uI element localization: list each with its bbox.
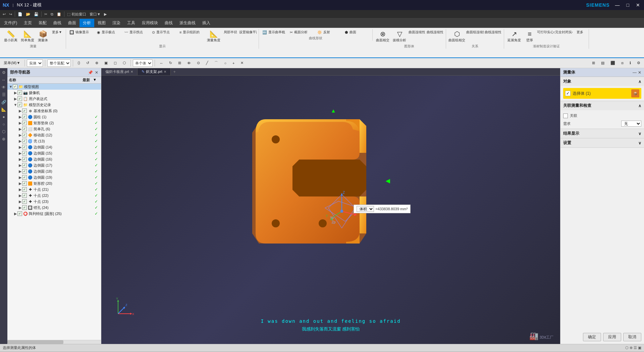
ribbon-btn-show-poles[interactable]: ◉ 显示极点: [96, 29, 122, 35]
menu-tools[interactable]: 工具: [124, 19, 139, 27]
menu-button[interactable]: 菜单(M)▼: [1, 59, 22, 67]
qt-undo[interactable]: ↩: [1, 11, 7, 17]
toolbar-icon-4[interactable]: ▣: [102, 60, 110, 66]
close-button[interactable]: ✕: [635, 2, 641, 8]
ribbon-btn-curvature-comb[interactable]: 🔤 显示曲率梳: [261, 29, 288, 35]
ribbon-btn-fully-enclosed[interactable]: 完全封闭实心体: [555, 29, 573, 35]
association-check[interactable]: [563, 114, 568, 118]
view-icon[interactable]: 👁: [185, 60, 193, 66]
tree-item[interactable]: ▶ ✓ 🔵 边倒圆 (17) ✓: [7, 162, 101, 168]
filter-icon[interactable]: ⧈: [619, 60, 626, 66]
panel-close-button[interactable]: ✕: [638, 70, 641, 75]
ribbon-btn-reflection[interactable]: 🔆 反射: [316, 29, 343, 35]
tree-item[interactable]: ▶ ✓ ⬜ 简单孔 (6) ✓: [7, 126, 101, 132]
tree-item[interactable]: ▶ ✓ 🔵 边倒圆 (16) ✓: [7, 156, 101, 162]
ribbon-btn-curve-cont2[interactable]: 曲线连续性: [484, 29, 502, 35]
cross-icon[interactable]: ✕: [238, 60, 246, 66]
tree-item[interactable]: ▶ ✓ 🟧 矩形腔 (20) ✓: [7, 180, 101, 186]
measure-type-select[interactable]: 体积 面积 质量: [357, 206, 374, 212]
tree-item[interactable]: ▶ ✓ 🔵 边倒圆 (15) ✓: [7, 150, 101, 156]
qt-copy[interactable]: ⧉: [49, 11, 55, 17]
tree-item[interactable]: ▶ ✓ 🔵 圆柱 (1) ✓: [7, 114, 101, 120]
measure-icon[interactable]: 📐: [1, 106, 7, 113]
settings-section-header[interactable]: 设置 ∨: [560, 138, 644, 147]
ring-icon[interactable]: ○: [1, 121, 7, 127]
tree-item[interactable]: ▼ ✓ 📁 模型历史记录: [7, 102, 101, 108]
toolbar-icon-1[interactable]: ⟨⟩: [75, 60, 83, 66]
qt-paste[interactable]: 📋: [55, 11, 63, 17]
object-section-header[interactable]: 对象 ∧: [560, 77, 644, 86]
sidebar-close-button[interactable]: ✕: [95, 70, 98, 75]
ribbon-btn-min-distance[interactable]: 📏 最小距离: [3, 29, 19, 43]
qt-save[interactable]: 💾: [33, 11, 40, 17]
ribbon-btn-show-segments[interactable]: ≡ 显示组距的: [178, 29, 205, 35]
tab1-close[interactable]: ✕: [130, 70, 133, 74]
menu-curve2[interactable]: 曲线: [161, 19, 176, 27]
settings-icon2[interactable]: ⚙: [635, 60, 643, 66]
qt-cut[interactable]: ✂: [43, 11, 49, 17]
qt-window-dropdown[interactable]: 窗口▼: [88, 11, 102, 17]
maximize-button[interactable]: □: [625, 2, 631, 8]
menu-file[interactable]: 文件(F): [1, 19, 20, 27]
snap-icon[interactable]: ⊙: [195, 60, 202, 66]
info-icon[interactable]: ℹ: [627, 60, 633, 66]
move-icon[interactable]: ↔: [157, 60, 165, 66]
menu-curve[interactable]: 曲线: [50, 19, 65, 27]
ribbon-btn-mirror-plane[interactable]: 设置镜像平面: [239, 29, 257, 35]
ribbon-btn-more-measure[interactable]: 更多▼: [50, 29, 64, 35]
association-section-header[interactable]: 关联测量和检查 ∧: [560, 101, 644, 110]
toolbar-icon-3[interactable]: ⊕: [93, 60, 101, 66]
apply-button[interactable]: 应用: [603, 333, 621, 341]
ribbon-btn-more-mfg[interactable]: 更多: [573, 29, 587, 35]
scale-icon[interactable]: ⊞: [176, 60, 183, 66]
tree-item[interactable]: ▶ ✓ 📋 用户表达式: [7, 96, 101, 102]
body-type-select[interactable]: 实体: [27, 59, 43, 67]
results-section-header[interactable]: 结果显示 ∨: [560, 129, 644, 138]
viewport-tab-2[interactable]: ✎ 斜支架.prt ✕: [138, 68, 171, 75]
circle-icon[interactable]: ○: [222, 60, 229, 66]
ribbon-btn-face-continuity[interactable]: 曲面组连续性: [466, 29, 484, 35]
menu-home[interactable]: 主页: [20, 19, 35, 27]
tree-item[interactable]: ▶ ✓ ✚ 十点 (21) ✓: [7, 186, 101, 192]
menu-analysis[interactable]: 分析: [79, 19, 94, 27]
qt-extra[interactable]: ▶: [103, 11, 108, 17]
cancel-button[interactable]: 取消: [623, 333, 641, 341]
ribbon-btn-show-knots[interactable]: ⊙ 显示节点: [151, 29, 177, 35]
tree-item[interactable]: ▶ ✓ ⊕ 基准坐标系 (0): [7, 108, 101, 114]
arc-icon[interactable]: ⌒: [212, 59, 220, 67]
new-tab-button[interactable]: +: [171, 69, 178, 75]
layers-icon[interactable]: ▤: [599, 60, 607, 66]
panel-minimize-button[interactable]: —: [633, 70, 637, 75]
ribbon-btn-printable-solid[interactable]: 可打印实心体: [537, 29, 554, 35]
plus-icon[interactable]: +: [230, 60, 237, 66]
select-all-icon[interactable]: ⬛: [608, 60, 618, 66]
viewport-canvas[interactable]: Z X Y Yp Zp ▲ ◀ 体积 面积 质量 =433838.8039 mm…: [101, 76, 560, 344]
ribbon-btn-show-inflections[interactable]: 〰 显示拐点: [123, 29, 150, 35]
list-icon[interactable]: ☰: [1, 92, 7, 98]
qt-new[interactable]: 📄: [16, 11, 24, 17]
toolbar-icon-5[interactable]: ◻: [111, 60, 119, 66]
tree-item[interactable]: ▶ ✓ 🔶 移动面 (12) ✓: [7, 132, 101, 138]
menu-surface[interactable]: 曲面: [65, 19, 79, 27]
ribbon-btn-draft-analysis[interactable]: ▽ 拔模分析: [391, 29, 408, 43]
tree-item[interactable]: ▶ ✓ 🔵 边倒圆 (19) ✓: [7, 174, 101, 180]
ribbon-btn-local-radius[interactable]: 局部半径: [222, 29, 238, 35]
tree-item[interactable]: ▶ ✓ 🔵 边倒圆 (18) ✓: [7, 168, 101, 174]
ribbon-btn-measure-body[interactable]: 📦 测量体: [36, 29, 50, 43]
cross-icon-left[interactable]: ⊕: [1, 136, 7, 142]
circle-icon-left[interactable]: ●: [1, 114, 7, 120]
selection-type-select[interactable]: 单个体: [133, 59, 153, 67]
menu-view[interactable]: 视图: [94, 19, 109, 27]
settings-icon[interactable]: ⚙: [1, 70, 7, 76]
ribbon-btn-surface-continuity[interactable]: 曲面连续性: [408, 29, 426, 35]
object-check[interactable]: ✓: [565, 91, 571, 96]
hex-icon[interactable]: ⬡: [1, 129, 7, 135]
view-icon-left[interactable]: 👁: [1, 84, 7, 90]
expand-icon[interactable]: ↔: [1, 77, 7, 83]
menu-assembly[interactable]: 装配: [35, 19, 50, 27]
toolbar-icon-6[interactable]: ⬡: [120, 60, 128, 66]
tree-item[interactable]: ▶ ✓ 📷 摄像机: [7, 90, 101, 96]
ribbon-btn-surface-intersect[interactable]: ⊗ 曲面相交: [375, 29, 391, 43]
3d-viewport[interactable]: 偏斜卡板座.prt ✕ ✎ 斜支架.prt ✕ +: [101, 68, 560, 344]
rotate-icon[interactable]: ↻: [167, 60, 174, 66]
